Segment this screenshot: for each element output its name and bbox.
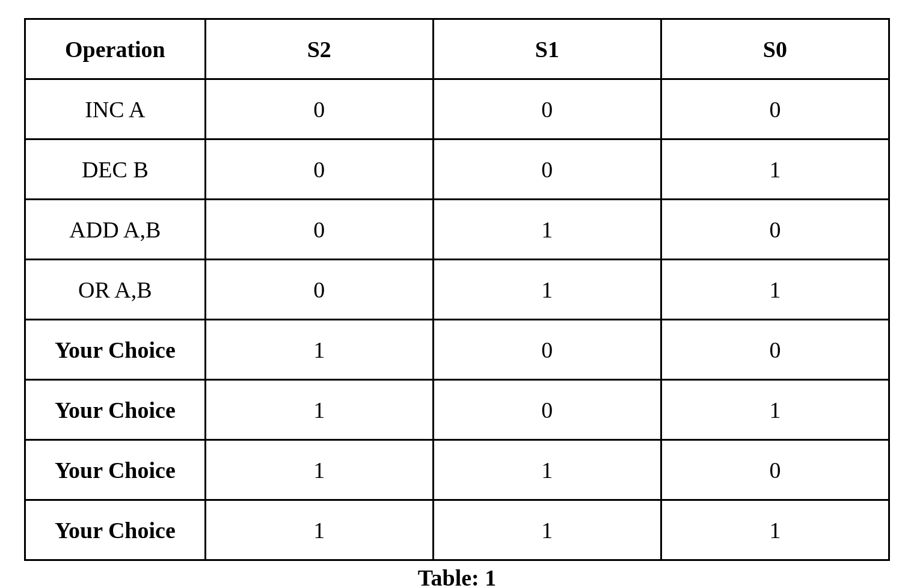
table-header-row: Operation S2 S1 S0 — [25, 19, 889, 79]
header-operation: Operation — [25, 19, 206, 79]
cell-operation: ADD A,B — [25, 200, 206, 260]
header-s1: S1 — [433, 19, 661, 79]
cell-s1: 0 — [433, 320, 661, 380]
cell-operation: Your Choice — [25, 440, 206, 500]
table-row: DEC B 0 0 1 — [25, 139, 889, 200]
table-row: ADD A,B 0 1 0 — [25, 200, 889, 260]
operation-table: Operation S2 S1 S0 INC A 0 0 0 DEC B 0 0… — [24, 18, 890, 561]
table-row: Your Choice 1 0 0 — [25, 320, 889, 380]
cell-s0: 0 — [661, 440, 889, 500]
cell-s0: 1 — [661, 500, 889, 560]
cell-s0: 0 — [661, 200, 889, 260]
header-s2: S2 — [205, 19, 433, 79]
table-row: OR A,B 0 1 1 — [25, 260, 889, 320]
cell-operation: DEC B — [25, 139, 206, 200]
cell-s1: 0 — [433, 139, 661, 200]
cell-s0: 0 — [661, 320, 889, 380]
cell-s1: 0 — [433, 380, 661, 440]
cell-s0: 1 — [661, 139, 889, 200]
cell-s0: 0 — [661, 79, 889, 139]
table-row: INC A 0 0 0 — [25, 79, 889, 139]
cell-s1: 1 — [433, 200, 661, 260]
cell-s2: 1 — [205, 320, 433, 380]
cell-operation: INC A — [25, 79, 206, 139]
cell-s2: 1 — [205, 440, 433, 500]
table-row: Your Choice 1 1 0 — [25, 440, 889, 500]
cell-s1: 0 — [433, 79, 661, 139]
cell-s1: 1 — [433, 440, 661, 500]
cell-s2: 1 — [205, 380, 433, 440]
cell-s0: 1 — [661, 380, 889, 440]
cell-s1: 1 — [433, 500, 661, 560]
cell-s2: 0 — [205, 200, 433, 260]
cell-s2: 0 — [205, 260, 433, 320]
cell-s1: 1 — [433, 260, 661, 320]
cell-s2: 1 — [205, 500, 433, 560]
cell-operation: OR A,B — [25, 260, 206, 320]
cell-s2: 0 — [205, 139, 433, 200]
table-body: INC A 0 0 0 DEC B 0 0 1 ADD A,B 0 1 0 OR… — [25, 79, 889, 560]
table-caption: Table: 1 — [418, 565, 497, 588]
cell-s0: 1 — [661, 260, 889, 320]
table-row: Your Choice 1 0 1 — [25, 380, 889, 440]
cell-operation: Your Choice — [25, 500, 206, 560]
cell-operation: Your Choice — [25, 380, 206, 440]
cell-operation: Your Choice — [25, 320, 206, 380]
table-row: Your Choice 1 1 1 — [25, 500, 889, 560]
header-s0: S0 — [661, 19, 889, 79]
cell-s2: 0 — [205, 79, 433, 139]
